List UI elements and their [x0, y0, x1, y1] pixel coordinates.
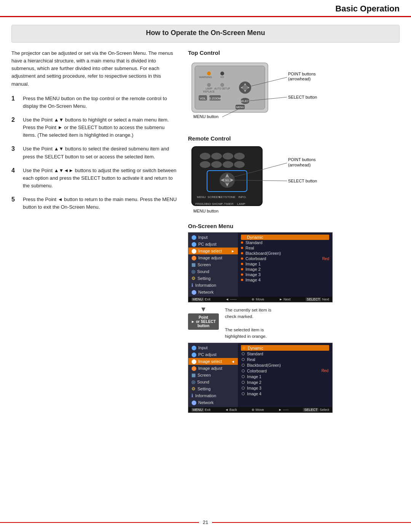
right-column: Top Control WARNING I/O — [188, 50, 400, 413]
menu2-right-colorboard: Colorboard Red — [241, 368, 329, 374]
svg-text:MENU button: MENU button — [193, 114, 218, 119]
top-control-svg: WARNING I/O LAMP REPLACE AUTO SETUP — [188, 59, 336, 126]
svg-text:AUTO SETUP: AUTO SETUP — [214, 87, 230, 90]
menu2-right-image2: Image 2 — [241, 379, 329, 385]
top-control-title: Top Control — [188, 50, 400, 56]
how-to-title: How to Operate the On-Screen Menu — [19, 29, 392, 37]
menu1-item-imageselect: ⬤ Image select ► — [188, 248, 238, 254]
menu2-body: ⬤ Input ⬤ PC adjust ⬤ Image select ◄ — [188, 343, 332, 407]
top-control-section: Top Control WARNING I/O — [188, 50, 400, 127]
remote-control-title: Remote Control — [188, 135, 400, 142]
svg-text:LAMP: LAMP — [206, 87, 212, 90]
menu1-item-screen: ▦ Screen — [188, 261, 238, 268]
step-1: 1 Press the MENU button on the top contr… — [11, 95, 179, 110]
radio-image3 — [242, 387, 245, 390]
menu2-item-sound: ◎ Sound — [188, 379, 238, 385]
footer-bar-left — [0, 522, 199, 523]
menu2-item-pcadjust: ⬤ PC adjust — [188, 351, 238, 358]
menu1-right-image1: Image 1 — [241, 261, 329, 267]
menu2-item-screen: ▦ Screen — [188, 372, 238, 379]
main-content: How to Operate the On-Screen Menu The pr… — [0, 17, 411, 428]
dot-dynamic — [242, 236, 245, 238]
menu1-right-blackboard: Blackboard(Green) — [241, 251, 329, 256]
svg-text:MENU: MENU — [236, 106, 244, 109]
menu2-footer: MENU Exit ◄ Back ⊕ Move ► ----- SELECT S… — [188, 407, 332, 412]
menu1-right-image4: Image 4 — [241, 277, 329, 283]
step-4: 4 Use the Point ▲▼◄► buttons to adjust t… — [11, 167, 179, 190]
arrow-down-icon: ▼ — [200, 305, 207, 313]
menu1-right-image3: Image 3 — [241, 272, 329, 277]
menu1-right-colorboard: Colorboard Red — [241, 256, 329, 261]
page-number: 21 — [203, 519, 208, 525]
menu2-right-dynamic: Dynamic — [241, 345, 329, 351]
svg-text:KEYSTONE: KEYSTONE — [219, 195, 235, 199]
svg-text:POINT buttons: POINT buttons — [288, 72, 316, 76]
step-1-text: Press the MENU button on the top control… — [23, 95, 179, 110]
svg-point-37 — [200, 161, 210, 168]
menu1: ⬤ Input ⬤ PC adjust ⬤ Image select ► — [188, 232, 333, 302]
svg-point-9 — [220, 83, 224, 87]
svg-point-34 — [211, 153, 222, 160]
menu1-item-network: ⬤ Network — [188, 289, 238, 296]
menu2-right-blackboard: Blackboard(Green) — [241, 362, 329, 368]
menu1-left: ⬤ Input ⬤ PC adjust ⬤ Image select ► — [188, 233, 238, 297]
left-column: The projector can be adjusted or set via… — [11, 50, 179, 413]
menu1-item-sound: ◎ Sound — [188, 268, 238, 275]
menu2-right-image1: Image 1 — [241, 374, 329, 379]
step-3: 3 Use the Point ▲▼ buttons to select the… — [11, 145, 179, 160]
svg-point-36 — [234, 153, 245, 160]
radio-image1 — [242, 375, 245, 378]
menu1-item-information: ℹ Information — [188, 282, 238, 289]
menu2: ⬤ Input ⬤ PC adjust ⬤ Image select ◄ — [188, 343, 333, 413]
point-button-area: ▼ Point ► or SELECT button — [188, 305, 219, 330]
svg-text:LAMP: LAMP — [237, 202, 245, 206]
step-5-text: Press the Point ◄ button to return to th… — [23, 196, 179, 211]
remote-control-svg: SEL MENU SCREEN KEYSTONE INFO. FREEZE NO… — [188, 145, 336, 213]
radio-dynamic — [242, 347, 245, 350]
step-2: 2 Use the Point ▲▼ buttons to highlight … — [11, 116, 179, 139]
step-5-num: 5 — [11, 196, 18, 203]
menu2-right-standard: Standard — [241, 351, 329, 356]
menu2-left: ⬤ Input ⬤ PC adjust ⬤ Image select ◄ — [188, 343, 238, 407]
svg-text:SCREEN: SCREEN — [207, 195, 220, 199]
dot-blackboard — [241, 252, 243, 254]
step-3-text: Use the Point ▲▼ buttons to select the d… — [23, 145, 179, 160]
svg-point-4 — [220, 72, 224, 75]
dot-real — [241, 247, 243, 249]
svg-text:SEL: SEL — [225, 179, 229, 182]
dot-image1 — [241, 263, 243, 265]
svg-text:NO SHOW: NO SHOW — [206, 202, 221, 206]
dot-image4 — [241, 279, 243, 281]
radio-image4 — [242, 392, 245, 395]
menu1-right-dynamic: Dynamic — [241, 235, 329, 240]
point-button-box: Point ► or SELECT button — [188, 313, 219, 330]
page-title: Basic Operation — [11, 4, 400, 14]
svg-text:MENU: MENU — [197, 195, 206, 199]
svg-point-33 — [200, 153, 210, 160]
svg-text:MENU button: MENU button — [193, 209, 218, 213]
intro-text: The projector can be adjusted or set via… — [11, 50, 179, 88]
step-4-num: 4 — [11, 167, 18, 174]
menu1-body: ⬤ Input ⬤ PC adjust ⬤ Image select ► — [188, 233, 332, 297]
svg-text:WARNING: WARNING — [199, 76, 212, 78]
annotation-text: The currently set item ischeck marked. T… — [225, 305, 271, 340]
svg-text:D.ZOOM: D.ZOOM — [209, 97, 221, 100]
radio-blackboard — [242, 364, 245, 367]
menu1-item-pcadjust: ⬤ PC adjust — [188, 241, 238, 248]
svg-text:I/O: I/O — [220, 76, 224, 78]
menu-annotation: ▼ Point ► or SELECT button The currently… — [188, 305, 400, 340]
radio-image2 — [242, 381, 245, 384]
menu1-item-imageadjust: ⬤ Image adjust — [188, 254, 238, 261]
step-2-num: 2 — [11, 117, 18, 123]
svg-point-38 — [211, 161, 222, 168]
svg-point-39 — [223, 161, 233, 168]
footer-bar-right — [212, 522, 411, 523]
svg-text:(arrowhead): (arrowhead) — [288, 163, 311, 167]
svg-text:INFO.: INFO. — [238, 195, 246, 199]
two-column-layout: The projector can be adjusted or set via… — [11, 50, 400, 413]
page-header: Basic Operation — [0, 0, 411, 17]
remote-control-diagram: SEL MENU SCREEN KEYSTONE INFO. FREEZE NO… — [188, 145, 400, 214]
onscreen-title: On-Screen Menu — [188, 223, 400, 229]
menu1-item-input: ⬤ Input — [188, 234, 238, 241]
menu1-footer: MENU Exit ◄ ------ ⊕ Move ► Next SELECT … — [188, 297, 332, 302]
